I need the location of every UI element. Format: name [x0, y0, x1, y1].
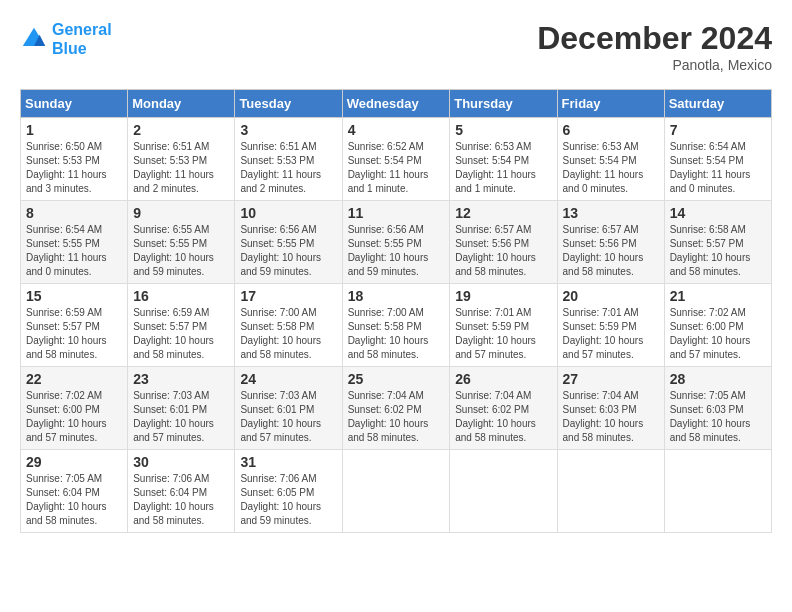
day-info: Sunrise: 7:06 AM Sunset: 6:04 PM Dayligh…: [133, 472, 229, 528]
logo: General Blue: [20, 20, 112, 58]
day-info: Sunrise: 7:03 AM Sunset: 6:01 PM Dayligh…: [133, 389, 229, 445]
col-saturday: Saturday: [664, 90, 771, 118]
day-number: 21: [670, 288, 766, 304]
day-number: 31: [240, 454, 336, 470]
logo-text: General Blue: [52, 20, 112, 58]
table-cell: 20Sunrise: 7:01 AM Sunset: 5:59 PM Dayli…: [557, 284, 664, 367]
table-cell: 21Sunrise: 7:02 AM Sunset: 6:00 PM Dayli…: [664, 284, 771, 367]
table-cell: 25Sunrise: 7:04 AM Sunset: 6:02 PM Dayli…: [342, 367, 450, 450]
table-cell: 31Sunrise: 7:06 AM Sunset: 6:05 PM Dayli…: [235, 450, 342, 533]
day-number: 25: [348, 371, 445, 387]
day-info: Sunrise: 6:50 AM Sunset: 5:53 PM Dayligh…: [26, 140, 122, 196]
day-info: Sunrise: 7:05 AM Sunset: 6:03 PM Dayligh…: [670, 389, 766, 445]
day-number: 23: [133, 371, 229, 387]
day-number: 26: [455, 371, 551, 387]
table-cell: 14Sunrise: 6:58 AM Sunset: 5:57 PM Dayli…: [664, 201, 771, 284]
table-cell: 22Sunrise: 7:02 AM Sunset: 6:00 PM Dayli…: [21, 367, 128, 450]
day-number: 16: [133, 288, 229, 304]
table-cell: 24Sunrise: 7:03 AM Sunset: 6:01 PM Dayli…: [235, 367, 342, 450]
day-info: Sunrise: 6:54 AM Sunset: 5:55 PM Dayligh…: [26, 223, 122, 279]
col-sunday: Sunday: [21, 90, 128, 118]
day-info: Sunrise: 6:59 AM Sunset: 5:57 PM Dayligh…: [133, 306, 229, 362]
day-number: 13: [563, 205, 659, 221]
day-number: 12: [455, 205, 551, 221]
day-info: Sunrise: 7:06 AM Sunset: 6:05 PM Dayligh…: [240, 472, 336, 528]
day-number: 6: [563, 122, 659, 138]
day-number: 8: [26, 205, 122, 221]
day-number: 19: [455, 288, 551, 304]
day-number: 20: [563, 288, 659, 304]
day-info: Sunrise: 6:56 AM Sunset: 5:55 PM Dayligh…: [240, 223, 336, 279]
logo-icon: [20, 25, 48, 53]
day-info: Sunrise: 7:01 AM Sunset: 5:59 PM Dayligh…: [455, 306, 551, 362]
day-info: Sunrise: 6:58 AM Sunset: 5:57 PM Dayligh…: [670, 223, 766, 279]
day-info: Sunrise: 6:57 AM Sunset: 5:56 PM Dayligh…: [563, 223, 659, 279]
day-info: Sunrise: 7:02 AM Sunset: 6:00 PM Dayligh…: [26, 389, 122, 445]
table-cell: 12Sunrise: 6:57 AM Sunset: 5:56 PM Dayli…: [450, 201, 557, 284]
day-info: Sunrise: 6:53 AM Sunset: 5:54 PM Dayligh…: [455, 140, 551, 196]
table-cell: 16Sunrise: 6:59 AM Sunset: 5:57 PM Dayli…: [128, 284, 235, 367]
table-cell: 1Sunrise: 6:50 AM Sunset: 5:53 PM Daylig…: [21, 118, 128, 201]
table-cell: 5Sunrise: 6:53 AM Sunset: 5:54 PM Daylig…: [450, 118, 557, 201]
day-number: 10: [240, 205, 336, 221]
day-number: 28: [670, 371, 766, 387]
week-row-3: 15Sunrise: 6:59 AM Sunset: 5:57 PM Dayli…: [21, 284, 772, 367]
day-number: 11: [348, 205, 445, 221]
day-number: 4: [348, 122, 445, 138]
logo-line1: General: [52, 21, 112, 38]
table-cell: 15Sunrise: 6:59 AM Sunset: 5:57 PM Dayli…: [21, 284, 128, 367]
day-number: 18: [348, 288, 445, 304]
day-number: 22: [26, 371, 122, 387]
day-info: Sunrise: 6:51 AM Sunset: 5:53 PM Dayligh…: [133, 140, 229, 196]
table-cell: 11Sunrise: 6:56 AM Sunset: 5:55 PM Dayli…: [342, 201, 450, 284]
day-number: 9: [133, 205, 229, 221]
day-number: 1: [26, 122, 122, 138]
day-number: 27: [563, 371, 659, 387]
title-block: December 2024 Panotla, Mexico: [537, 20, 772, 73]
table-cell: 18Sunrise: 7:00 AM Sunset: 5:58 PM Dayli…: [342, 284, 450, 367]
day-number: 30: [133, 454, 229, 470]
location: Panotla, Mexico: [537, 57, 772, 73]
day-info: Sunrise: 6:59 AM Sunset: 5:57 PM Dayligh…: [26, 306, 122, 362]
day-info: Sunrise: 6:57 AM Sunset: 5:56 PM Dayligh…: [455, 223, 551, 279]
week-row-5: 29Sunrise: 7:05 AM Sunset: 6:04 PM Dayli…: [21, 450, 772, 533]
col-thursday: Thursday: [450, 90, 557, 118]
page-header: General Blue December 2024 Panotla, Mexi…: [20, 20, 772, 73]
day-number: 5: [455, 122, 551, 138]
day-info: Sunrise: 7:03 AM Sunset: 6:01 PM Dayligh…: [240, 389, 336, 445]
table-cell: 28Sunrise: 7:05 AM Sunset: 6:03 PM Dayli…: [664, 367, 771, 450]
month-title: December 2024: [537, 20, 772, 57]
week-row-4: 22Sunrise: 7:02 AM Sunset: 6:00 PM Dayli…: [21, 367, 772, 450]
table-cell: 6Sunrise: 6:53 AM Sunset: 5:54 PM Daylig…: [557, 118, 664, 201]
col-wednesday: Wednesday: [342, 90, 450, 118]
day-info: Sunrise: 6:56 AM Sunset: 5:55 PM Dayligh…: [348, 223, 445, 279]
col-friday: Friday: [557, 90, 664, 118]
table-cell: 7Sunrise: 6:54 AM Sunset: 5:54 PM Daylig…: [664, 118, 771, 201]
logo-line2: Blue: [52, 40, 87, 57]
day-info: Sunrise: 6:51 AM Sunset: 5:53 PM Dayligh…: [240, 140, 336, 196]
day-number: 15: [26, 288, 122, 304]
table-cell: 13Sunrise: 6:57 AM Sunset: 5:56 PM Dayli…: [557, 201, 664, 284]
table-cell: 19Sunrise: 7:01 AM Sunset: 5:59 PM Dayli…: [450, 284, 557, 367]
table-cell: 8Sunrise: 6:54 AM Sunset: 5:55 PM Daylig…: [21, 201, 128, 284]
table-cell: 10Sunrise: 6:56 AM Sunset: 5:55 PM Dayli…: [235, 201, 342, 284]
table-cell: 23Sunrise: 7:03 AM Sunset: 6:01 PM Dayli…: [128, 367, 235, 450]
table-cell: 27Sunrise: 7:04 AM Sunset: 6:03 PM Dayli…: [557, 367, 664, 450]
table-cell: 26Sunrise: 7:04 AM Sunset: 6:02 PM Dayli…: [450, 367, 557, 450]
day-info: Sunrise: 6:53 AM Sunset: 5:54 PM Dayligh…: [563, 140, 659, 196]
table-cell: 9Sunrise: 6:55 AM Sunset: 5:55 PM Daylig…: [128, 201, 235, 284]
day-number: 14: [670, 205, 766, 221]
day-info: Sunrise: 7:00 AM Sunset: 5:58 PM Dayligh…: [348, 306, 445, 362]
day-info: Sunrise: 7:01 AM Sunset: 5:59 PM Dayligh…: [563, 306, 659, 362]
day-number: 7: [670, 122, 766, 138]
table-cell: 4Sunrise: 6:52 AM Sunset: 5:54 PM Daylig…: [342, 118, 450, 201]
table-cell: 3Sunrise: 6:51 AM Sunset: 5:53 PM Daylig…: [235, 118, 342, 201]
day-number: 29: [26, 454, 122, 470]
table-cell: 17Sunrise: 7:00 AM Sunset: 5:58 PM Dayli…: [235, 284, 342, 367]
day-number: 17: [240, 288, 336, 304]
day-number: 24: [240, 371, 336, 387]
week-row-2: 8Sunrise: 6:54 AM Sunset: 5:55 PM Daylig…: [21, 201, 772, 284]
day-info: Sunrise: 7:04 AM Sunset: 6:02 PM Dayligh…: [348, 389, 445, 445]
day-info: Sunrise: 7:04 AM Sunset: 6:03 PM Dayligh…: [563, 389, 659, 445]
calendar-table: Sunday Monday Tuesday Wednesday Thursday…: [20, 89, 772, 533]
